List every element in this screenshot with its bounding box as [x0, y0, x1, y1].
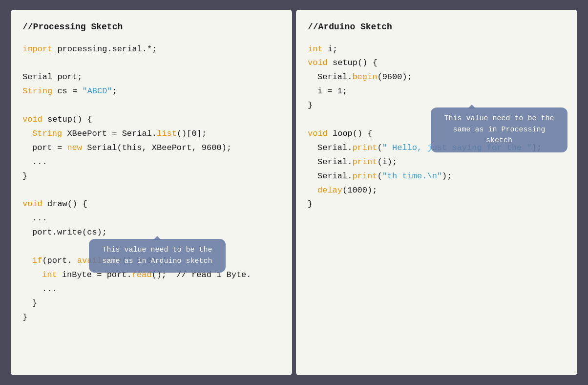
- main-container: //Processing Sketch import processing.se…: [11, 10, 577, 375]
- print-method2: print: [352, 157, 377, 167]
- port-new-line: port = new Serial(this, XBeePort, 9600);: [22, 141, 280, 155]
- available-method: available: [77, 256, 122, 265]
- hello-string: " Hello, just saying for the ": [382, 143, 532, 152]
- void-loop-line: void loop() {: [308, 127, 566, 141]
- string-keyword2: String: [32, 129, 62, 138]
- blank-a1: [308, 113, 566, 127]
- arduino-panel: //Arduino Sketch int i; void setup() { S…: [296, 10, 577, 375]
- ellipsis3: ...: [22, 282, 280, 297]
- serial-port: Serial port;: [22, 70, 280, 85]
- serial-print1-line: Serial.print(" Hello, just saying for th…: [308, 141, 566, 155]
- close-draw-brace: }: [22, 311, 280, 325]
- if-port-line: if(port. available() > 0) {: [22, 254, 280, 268]
- processing-title: //Processing Sketch: [22, 20, 280, 35]
- i-equals-line: i = 1;: [308, 85, 566, 99]
- delay-method: delay: [317, 186, 342, 195]
- string-cs: String cs = "ABCD";: [22, 85, 280, 99]
- serial-begin-line: Serial.begin(9600);: [308, 70, 566, 85]
- int-keyword: int: [42, 270, 57, 279]
- string-xbee-line: String XBeePort = Serial.list()[0];: [22, 127, 280, 141]
- list-method: list: [157, 129, 177, 138]
- blank1: [22, 56, 280, 70]
- processing-panel: //Processing Sketch import processing.se…: [11, 10, 292, 375]
- void-draw-line: void draw() {: [22, 197, 280, 212]
- import-line: import processing.serial.*;: [22, 43, 280, 57]
- new-keyword: new: [67, 143, 82, 152]
- arduino-code: //Arduino Sketch int i; void setup() { S…: [308, 20, 566, 212]
- serial-print3-line: Serial.print("th time.\n");: [308, 170, 566, 184]
- processing-code: //Processing Sketch import processing.se…: [22, 20, 280, 324]
- if-keyword: if: [32, 256, 42, 265]
- serial-print2-line: Serial.print(i);: [308, 155, 566, 170]
- print-method3: print: [352, 171, 377, 181]
- void-keyword-a1: void: [308, 58, 328, 67]
- th-time-string: "th time.\n": [382, 171, 442, 181]
- close-setup-brace: }: [22, 170, 280, 184]
- port-write-line: port.write(cs);: [22, 226, 280, 240]
- blank3: [22, 184, 280, 198]
- void-keyword2: void: [22, 199, 42, 209]
- abcd-string: "ABCD": [82, 86, 112, 96]
- close-setup-a-brace: }: [308, 99, 566, 113]
- void-keyword-a2: void: [308, 129, 328, 138]
- delay-line: delay(1000);: [308, 184, 566, 198]
- int-inbyte-line: int inByte = port.read(); // read 1 Byte…: [22, 268, 280, 282]
- ellipsis2: ...: [22, 212, 280, 226]
- close-if-brace: }: [22, 297, 280, 311]
- void-setup-a-line: void setup() {: [308, 56, 566, 70]
- print-method1: print: [352, 143, 377, 152]
- import-keyword: import: [22, 44, 52, 54]
- begin-method: begin: [352, 72, 377, 82]
- int-i-line: int i;: [308, 43, 566, 57]
- close-loop-brace: }: [308, 197, 566, 212]
- blank2: [22, 99, 280, 113]
- void-keyword1: void: [22, 115, 42, 124]
- arduino-title: //Arduino Sketch: [308, 20, 566, 35]
- read-method: read: [132, 270, 152, 279]
- int-keyword-a: int: [308, 44, 323, 54]
- string-keyword1: String: [22, 86, 52, 96]
- blank4: [22, 240, 280, 254]
- ellipsis1: ...: [22, 155, 280, 170]
- void-setup-line: void setup() {: [22, 113, 280, 127]
